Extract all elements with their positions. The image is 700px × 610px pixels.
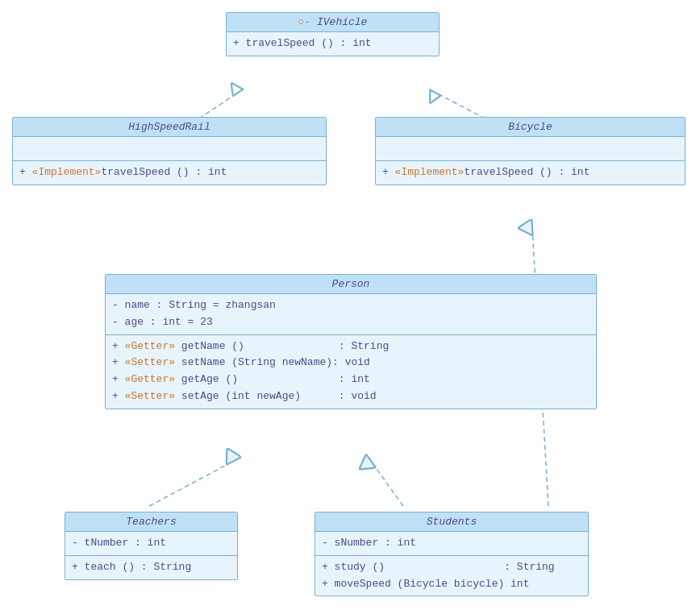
students-method-1: + study () : String	[322, 559, 581, 576]
ivehicle-box: ○- IVehicle + travelSpeed () : int	[226, 12, 440, 56]
person-title: Person	[332, 278, 370, 290]
bicycle-box: Bicycle + «Implement»travelSpeed () : in…	[375, 117, 685, 185]
highspeedrail-methods: + «Implement»travelSpeed () : int	[13, 161, 326, 185]
ivehicle-header: ○- IVehicle	[227, 13, 439, 32]
highspeedrail-title: HighSpeedRail	[128, 121, 210, 133]
bicycle-empty	[382, 142, 389, 154]
highspeedrail-box: HighSpeedRail + «Implement»travelSpeed (…	[12, 117, 327, 185]
person-box: Person - name : String = zhangsan - age …	[105, 274, 597, 409]
bicycle-methods: + «Implement»travelSpeed () : int	[376, 161, 685, 185]
bicycle-header: Bicycle	[376, 118, 685, 137]
ivehicle-interface-marker: ○-	[298, 16, 317, 28]
ivehicle-methods: + travelSpeed () : int	[227, 32, 439, 56]
teachers-title: Teachers	[126, 516, 176, 528]
person-method-4: + «Setter» setAge (int newAge) : void	[112, 388, 590, 405]
person-method-3: + «Getter» getAge () : int	[112, 371, 590, 388]
svg-line-3	[371, 461, 403, 506]
svg-line-2	[149, 461, 234, 506]
highspeedrail-method-1: + «Implement»travelSpeed () : int	[19, 166, 227, 178]
person-method-1: + «Getter» getName () : String	[112, 338, 590, 355]
person-header: Person	[106, 275, 596, 294]
person-methods: + «Getter» getName () : String + «Setter…	[106, 335, 596, 409]
teachers-header: Teachers	[65, 512, 237, 532]
students-box: Students - sNumber : int + study () : St…	[315, 512, 589, 596]
students-header: Students	[315, 512, 588, 532]
students-methods: + study () : String + moveSpeed (Bicycle…	[315, 556, 588, 596]
bicycle-method-1: + «Implement»travelSpeed () : int	[382, 166, 590, 178]
students-attributes: - sNumber : int	[315, 532, 588, 556]
teachers-attributes: - tNumber : int	[65, 532, 237, 556]
highspeedrail-section	[13, 137, 326, 161]
students-attr-1: - sNumber : int	[322, 535, 581, 552]
highspeedrail-header: HighSpeedRail	[13, 118, 326, 137]
person-attributes: - name : String = zhangsan - age : int =…	[106, 294, 596, 335]
person-attr-1: - name : String = zhangsan	[112, 297, 590, 314]
students-method-2: + moveSpeed (Bicycle bicycle) int	[322, 576, 581, 593]
ivehicle-method-1: + travelSpeed () : int	[233, 37, 372, 49]
teachers-methods: + teach () : String	[65, 556, 237, 579]
teachers-box: Teachers - tNumber : int + teach () : St…	[65, 512, 238, 580]
students-title: Students	[427, 516, 477, 528]
bicycle-title: Bicycle	[508, 121, 552, 133]
bicycle-section	[376, 137, 685, 161]
highspeedrail-empty	[19, 142, 26, 154]
person-attr-2: - age : int = 23	[112, 314, 590, 331]
teachers-method-1: + teach () : String	[72, 559, 231, 576]
teachers-attr-1: - tNumber : int	[72, 535, 231, 552]
person-method-2: + «Setter» setName (String newName): voi…	[112, 355, 590, 371]
ivehicle-title: IVehicle	[317, 16, 367, 28]
uml-diagram: ○- IVehicle + travelSpeed () : int HighS…	[0, 0, 700, 610]
